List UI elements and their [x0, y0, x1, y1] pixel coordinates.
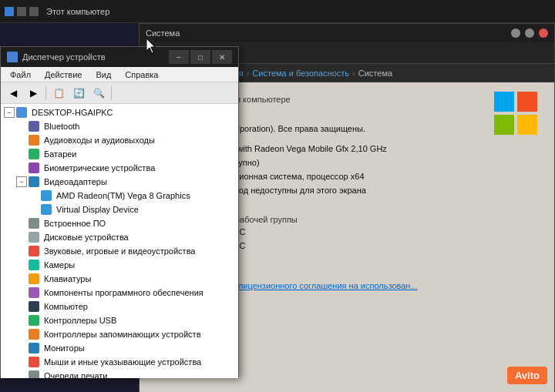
tree-item-label: Очереди печати	[42, 371, 108, 378]
windows-logo	[493, 90, 539, 136]
tree-item[interactable]: Контроллеры USB	[1, 313, 238, 327]
tree-item[interactable]: Биометрические устройства	[1, 161, 238, 175]
menu-help[interactable]: Справка	[119, 67, 164, 82]
tree-item[interactable]: Звуковые, игровые и видеоустройства	[1, 244, 238, 258]
tree-expand-spacer	[16, 260, 27, 270]
devmgr-minimize[interactable]: −	[169, 50, 189, 64]
device-icon	[29, 273, 39, 284]
menu-view[interactable]: Вид	[89, 67, 117, 82]
devmgr-maximize[interactable]: □	[190, 50, 210, 64]
tree-item-label: Мониторы	[42, 343, 85, 353]
tree-item[interactable]: Встроенное ПО	[1, 216, 238, 230]
tree-expand-btn[interactable]: −	[4, 107, 15, 118]
device-icon	[29, 343, 39, 353]
tree-item-label: Контроллеры USB	[42, 316, 116, 325]
tree-item[interactable]: Дисковые устройства	[1, 230, 238, 244]
tree-item[interactable]: −DESKTOP-HGAIPKC	[1, 106, 238, 119]
svg-rect-2	[494, 115, 514, 135]
device-icon	[29, 218, 39, 229]
menu-file[interactable]: Файл	[4, 67, 37, 82]
tree-item-label: Контроллеры запоминающих устройств	[42, 330, 200, 339]
toolbar-update[interactable]: 🔄	[69, 85, 88, 102]
tree-item[interactable]: Очереди печати	[1, 369, 238, 378]
tree-expand-spacer	[29, 190, 39, 201]
device-icon	[29, 301, 39, 312]
device-icon	[41, 190, 52, 201]
tree-item[interactable]: Аудиовходы и аудиовыходы	[1, 133, 238, 147]
device-icon	[29, 357, 39, 367]
tree-item[interactable]: Bluetooth	[1, 119, 238, 133]
toolbar-forward[interactable]: ▶	[24, 85, 42, 102]
menu-action[interactable]: Действие	[39, 67, 88, 82]
tree-item-label: Компоненты программного обеспечения	[42, 288, 204, 297]
tree-item[interactable]: Клавиатуры	[1, 272, 238, 286]
avito-badge: Avito	[507, 367, 547, 384]
tree-expand-spacer	[16, 246, 27, 256]
taskbar-icon3	[29, 7, 39, 16]
tree-item-label: Встроенное ПО	[42, 219, 106, 228]
toolbar-scan[interactable]: 🔍	[89, 85, 108, 102]
devmgr-controls: − □ ✕	[169, 50, 232, 64]
tree-item[interactable]: AMD Radeon(TM) Vega 8 Graphics	[1, 189, 238, 203]
tree-item-label: DESKTOP-HGAIPKC	[30, 108, 113, 117]
device-icon	[29, 121, 39, 132]
toolbar-properties[interactable]: 📋	[49, 85, 68, 102]
tree-expand-spacer	[16, 301, 27, 312]
device-icon	[16, 107, 27, 118]
devmgr-titlebar: Диспетчер устройств − □ ✕	[1, 47, 238, 67]
tree-item-label: Батареи	[42, 149, 77, 159]
tree-item[interactable]: Мониторы	[1, 341, 238, 355]
svg-rect-1	[517, 92, 537, 112]
tree-expand-spacer	[16, 218, 27, 229]
tree-expand-spacer	[16, 162, 27, 173]
device-icon	[29, 260, 39, 270]
tree-item-label: Клавиатуры	[42, 274, 91, 283]
toolbar-back[interactable]: ◀	[4, 85, 22, 102]
tree-expand-spacer	[16, 287, 27, 298]
tree-item-label: Bluetooth	[42, 122, 79, 131]
device-icon	[29, 246, 39, 256]
tree-item[interactable]: Virtual Display Device	[1, 203, 238, 216]
tree-item[interactable]: Контроллеры запоминающих устройств	[1, 327, 238, 341]
devmgr-menubar: Файл Действие Вид Справка	[1, 67, 238, 82]
tree-item[interactable]: Батареи	[1, 147, 238, 161]
tree-item-label: Камеры	[42, 260, 75, 270]
device-manager-window: Диспетчер устройств − □ ✕ Файл Действие …	[0, 46, 239, 377]
taskbar-path: Этот компьютер	[46, 7, 109, 16]
tree-expand-spacer	[16, 135, 27, 146]
tree-expand-btn[interactable]: −	[16, 176, 27, 187]
tree-item-label: Видеоадаптеры	[42, 177, 107, 186]
tree-item[interactable]: Компоненты программного обеспечения	[1, 286, 238, 300]
system-title-text: Система	[146, 28, 180, 38]
svg-rect-0	[494, 92, 514, 112]
tree-item-label: Аудиовходы и аудиовыходы	[42, 136, 155, 145]
devmgr-close[interactable]: ✕	[212, 50, 232, 64]
tree-expand-spacer	[16, 370, 27, 378]
tree-expand-spacer	[16, 329, 27, 340]
devmgr-toolbar: ◀ ▶ 📋 🔄 🔍	[1, 82, 238, 104]
minimize-button[interactable]	[511, 28, 520, 38]
device-icon	[29, 149, 39, 159]
tree-item[interactable]: Мыши и иные указывающие устройства	[1, 355, 238, 369]
tree-item[interactable]: Камеры	[1, 258, 238, 272]
tree-expand-spacer	[16, 315, 27, 326]
device-icon	[29, 176, 39, 187]
devmgr-title: Диспетчер устройств	[22, 52, 106, 62]
tree-item[interactable]: Компьютер	[1, 300, 238, 313]
close-button[interactable]	[539, 28, 548, 38]
devmgr-tree: −DESKTOP-HGAIPKCBluetoothАудиовходы и ау…	[1, 104, 238, 378]
taskbar-top: Этот компьютер	[0, 0, 555, 23]
taskbar-icon	[5, 7, 14, 16]
system-titlebar: Система	[140, 24, 554, 42]
breadcrumb-2[interactable]: Система и безопасность	[252, 69, 349, 78]
maximize-button[interactable]	[525, 28, 534, 38]
tree-item[interactable]: −Видеоадаптеры	[1, 175, 238, 189]
toolbar-sep2	[111, 86, 112, 100]
device-icon	[29, 135, 39, 146]
device-icon	[29, 329, 39, 340]
tree-item-label: Virtual Display Device	[55, 205, 139, 214]
device-icon	[29, 232, 39, 243]
breadcrumb-3: Система	[358, 69, 392, 78]
tree-item-label: AMD Radeon(TM) Vega 8 Graphics	[55, 191, 190, 200]
tree-expand-spacer	[16, 273, 27, 284]
